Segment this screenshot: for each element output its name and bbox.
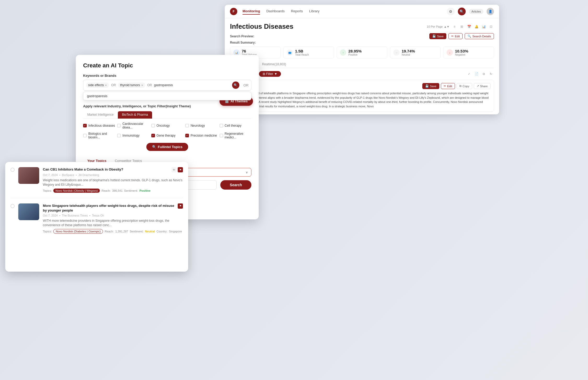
- copy-icon[interactable]: ⧉: [481, 71, 487, 77]
- ai-edit-button[interactable]: ✏ Edit: [441, 83, 455, 89]
- chart-icon[interactable]: 📊: [481, 24, 487, 30]
- sentiment-value-2: Neutral: [145, 230, 155, 233]
- cb-cardiovascular: [117, 124, 121, 127]
- save-button[interactable]: 💾 Save: [429, 33, 446, 39]
- cb-infectious: ✓: [83, 124, 87, 127]
- article-tags-2: Topics: Novo Nordisk (Diabetes | Ozempic…: [43, 229, 183, 234]
- checkbox-gene-therapy[interactable]: ✓ Gene therapy: [151, 132, 183, 139]
- user-avatar[interactable]: 👤: [487, 8, 494, 15]
- flag-icon-2[interactable]: ⚑: [178, 203, 183, 209]
- article-radio-2[interactable]: [10, 204, 15, 208]
- checkbox-cell-therapy[interactable]: Cell therapy: [220, 122, 251, 129]
- keyword-tag-thyroid: thyroid tumors ✕: [118, 83, 145, 88]
- create-panel-title: Create an AI Topic: [83, 62, 251, 69]
- industry-tabs: Market Intelligence BioTech & Pharma: [83, 111, 251, 119]
- nav-link-dashboards[interactable]: Dashboards: [266, 8, 285, 15]
- per-page-selector[interactable]: 10 Per Page ▲▼: [427, 25, 449, 28]
- stat-label-negative: Negative: [455, 53, 468, 56]
- stat-value-positive: 28.95%: [348, 49, 362, 53]
- sentiment-label-1: Sentiment:: [124, 189, 138, 192]
- preview-row: Search Preview: 💾 Save ✏ Edit 🔍 Search D…: [230, 33, 494, 39]
- article-author-1: Jill Drachenberg: [78, 173, 99, 177]
- eye-icon-1[interactable]: 👁: [171, 167, 177, 172]
- article-thumb-image-2: [18, 203, 39, 220]
- monitoring-navbar: F Monitoring Dashboards Reports Library …: [225, 5, 499, 18]
- ai-overview-buttons: 💾 Save ✏ Edit ⧉ Copy ↗ Share: [422, 83, 491, 89]
- action-buttons: 💾 Save ✏ Edit 🔍 Search Details: [429, 33, 494, 39]
- ai-overview-section: AI Overview 💾 Save ✏ Edit ⧉ Copy: [230, 80, 494, 112]
- or-separator-2: OR: [147, 83, 152, 87]
- ai-overview-text: The increasing trend of telehealth platf…: [233, 91, 491, 108]
- export-icon[interactable]: 📄: [474, 71, 479, 77]
- calendar-icon[interactable]: 📅: [466, 24, 472, 30]
- check-icon[interactable]: ✓: [466, 71, 472, 77]
- keyword-row: side effects ✕ OR thyroid tumors ✕ OR 🔍 …: [83, 80, 251, 91]
- article-radio-1[interactable]: [10, 168, 15, 172]
- autocomplete-item[interactable]: gastroparesis: [83, 92, 251, 100]
- keyword-search-button[interactable]: 🔍: [232, 81, 239, 89]
- search-icon[interactable]: 🔍: [458, 8, 466, 15]
- remove-tag-thyroid[interactable]: ✕: [141, 84, 143, 87]
- tab-market-intelligence[interactable]: Market Intelligence: [83, 111, 118, 119]
- checkbox-cardiovascular[interactable]: Cardiovascular disea...: [117, 122, 149, 129]
- reach-label-2: Reach:: [105, 230, 114, 233]
- reach-icon: 👥: [287, 49, 293, 56]
- stat-neutral: → 19.74% Neutral: [390, 46, 441, 59]
- reach-label-1: Reach:: [101, 189, 111, 192]
- nav-link-reports[interactable]: Reports: [291, 8, 303, 15]
- ai-share-button[interactable]: ↗ Share: [474, 83, 491, 89]
- nav-logo: F: [230, 8, 237, 15]
- flag-icon-1[interactable]: ⚑: [178, 167, 183, 172]
- nav-link-monitoring[interactable]: Monitoring: [243, 8, 260, 15]
- stat-negative: ↓ 10.53% Negative: [443, 46, 494, 59]
- checkbox-regenerative[interactable]: Regenerative medici...: [220, 132, 251, 139]
- monitoring-content: Infectious Diseases 10 Per Page ▲▼ ≡ ⊞ 📅…: [225, 18, 499, 114]
- tab-biotech-pharma[interactable]: BioTech & Pharma: [118, 111, 152, 119]
- topic-tag-1[interactable]: Novo Nordisk (Obesity | Wegovy): [53, 189, 100, 193]
- country-label-2: Country:: [157, 230, 168, 233]
- checkbox-infectious[interactable]: ✓ Infectious diseases: [83, 122, 115, 129]
- topics-label-1: Topics:: [43, 189, 52, 192]
- stat-label-neutral: Neutral: [402, 53, 415, 56]
- stats-row: 📊 76 Total Volume 👥 1.5B Total Reach ↑ 2…: [230, 46, 494, 59]
- nav-links: Monitoring Dashboards Reports Library: [243, 8, 447, 15]
- result-tabs: FI Curated(76) Realtime(18,803): [230, 61, 494, 68]
- nav-right: ⚙ 🔍 Articles 👤: [447, 8, 494, 15]
- checkbox-neurology[interactable]: Neurology: [185, 122, 217, 129]
- article-content-1: Can CB1 Inhibitors Make a Comeback in Ob…: [43, 167, 183, 193]
- checkbox-immunology[interactable]: Immunology: [117, 132, 149, 139]
- share-icon[interactable]: ↻: [488, 71, 494, 77]
- checkbox-precision-medicine[interactable]: ✓ Precision medicine: [185, 132, 217, 139]
- keyword-input[interactable]: [154, 83, 230, 87]
- article-title-1: Can CB1 Inhibitors Make a Comeback in Ob…: [43, 167, 123, 172]
- article-source-1: BioSpace: [62, 173, 74, 177]
- article-content-2: More Singapore telehealth players offer …: [43, 203, 183, 234]
- fullintel-topics-button[interactable]: 🔍 Fullintel Topics: [146, 143, 188, 151]
- filter-button[interactable]: ⊞ Filter ▼: [259, 71, 281, 77]
- search-details-button[interactable]: 🔍 Search Details: [465, 33, 494, 39]
- cb-regenerative: [220, 134, 223, 137]
- chevron-down-icon[interactable]: ∨: [246, 171, 248, 174]
- nav-link-library[interactable]: Library: [309, 8, 320, 15]
- topic-tag-2[interactable]: Novo Nordisk (Diabetes | Ozempic): [53, 229, 103, 234]
- articles-button[interactable]: Articles: [469, 9, 483, 14]
- list-view-icon[interactable]: ≡: [452, 24, 457, 30]
- search-button[interactable]: Search: [220, 180, 251, 190]
- preview-label: Search Preview:: [230, 34, 254, 38]
- checkbox-biologics[interactable]: Biologics and biosim...: [83, 132, 115, 139]
- settings-icon[interactable]: ⚙: [447, 8, 455, 15]
- ai-save-button[interactable]: 💾 Save: [422, 83, 439, 89]
- bell-icon[interactable]: 🔔: [474, 24, 479, 30]
- sentiment-label-2: Sentiment:: [130, 230, 143, 233]
- table-icon[interactable]: ⊡: [488, 24, 494, 30]
- cb-immunology: [117, 134, 121, 137]
- reach-value-2: 1,391,297: [115, 230, 128, 233]
- article-title-row-1: Can CB1 Inhibitors Make a Comeback in Ob…: [43, 167, 183, 172]
- checkbox-oncology[interactable]: Oncology: [151, 122, 183, 129]
- ai-copy-button[interactable]: ⧉ Copy: [457, 83, 472, 89]
- edit-button[interactable]: ✏ Edit: [448, 33, 463, 39]
- checkboxes-grid: ✓ Infectious diseases Cardiovascular dis…: [83, 122, 251, 139]
- grid-view-icon[interactable]: ⊞: [459, 24, 465, 30]
- tab-realtime[interactable]: Realtime(18,803): [258, 61, 290, 68]
- remove-tag-side-effects[interactable]: ✕: [105, 84, 107, 87]
